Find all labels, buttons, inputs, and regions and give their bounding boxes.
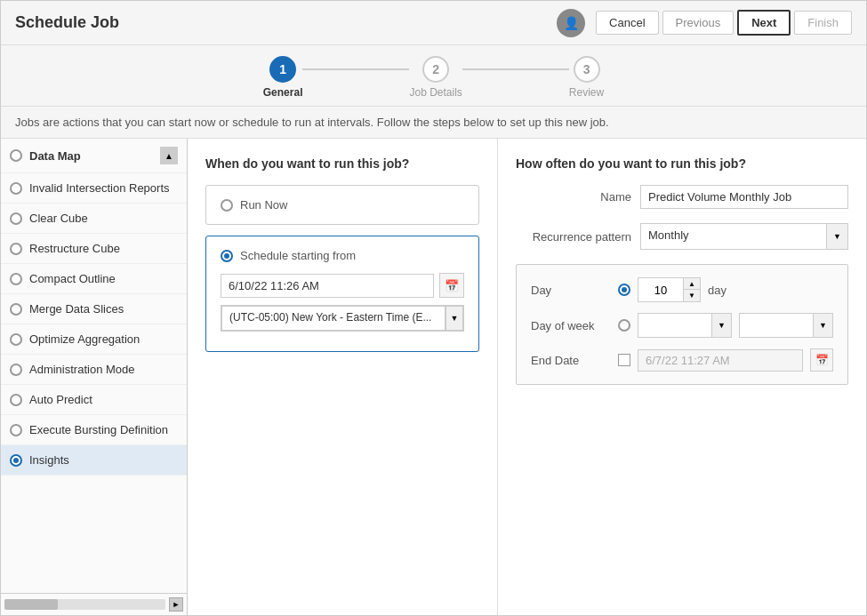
sidebar-item-merge-data-slices[interactable]: Merge Data Slices	[1, 294, 187, 324]
calendar-button[interactable]: 📅	[439, 273, 464, 298]
spin-down-button[interactable]: ▼	[684, 290, 700, 301]
run-now-option[interactable]: Run Now	[205, 185, 479, 225]
dialog-body: Data Map ▲ Invalid Intersection Reports …	[1, 139, 866, 615]
sidebar-item-label: Auto Predict	[29, 393, 92, 406]
name-group: Name	[516, 185, 848, 209]
dow-select-1[interactable]: ▼	[638, 313, 732, 338]
schedule-row: Schedule starting from	[221, 249, 464, 262]
radio-insights	[10, 454, 22, 467]
step-1-label: General	[263, 86, 303, 99]
step-2: 2 Job Details	[409, 56, 462, 99]
sidebar-item-label: Optimize Aggregation	[29, 332, 140, 346]
radio-execute-bursting	[10, 424, 22, 436]
radio-admin	[10, 364, 22, 376]
sidebar-item-label: Execute Bursting Definition	[29, 423, 168, 436]
dialog-header: Schedule Job 👤 Cancel Previous Next Fini…	[1, 1, 866, 45]
run-now-radio[interactable]	[221, 199, 233, 212]
day-value-input[interactable]	[638, 278, 683, 301]
end-date-input[interactable]	[638, 349, 803, 372]
main-content: When do you want to run this job? Run No…	[188, 139, 866, 615]
step-3-circle: 3	[574, 56, 600, 83]
radio-clear-cube	[10, 212, 22, 225]
day-of-week-row: Day of week ▼ ▼	[531, 313, 833, 338]
sidebar-item-data-map[interactable]: Data Map ▲	[1, 139, 187, 173]
timezone-dropdown[interactable]: (UTC-05:00) New York - Eastern Time (E..…	[221, 305, 464, 332]
sidebar: Data Map ▲ Invalid Intersection Reports …	[1, 139, 188, 615]
end-date-calendar-button[interactable]: 📅	[810, 348, 833, 372]
dow-arrow-2[interactable]: ▼	[813, 314, 832, 337]
left-panel-title: When do you want to run this job?	[205, 156, 479, 171]
sidebar-item-label: Merge Data Slices	[29, 302, 124, 316]
dow-select-2[interactable]: ▼	[739, 313, 833, 338]
radio-merge	[10, 303, 22, 316]
previous-button[interactable]: Previous	[662, 11, 735, 35]
sidebar-item-label: Compact Outline	[29, 272, 116, 285]
day-of-week-label: Day of week	[531, 319, 611, 332]
radio-restructure	[10, 243, 22, 255]
collapse-button[interactable]: ▲	[160, 147, 178, 164]
timezone-value: (UTC-05:00) New York - Eastern Time (E..…	[221, 306, 446, 331]
subtitle-text: Jobs are actions that you can start now …	[1, 107, 866, 139]
left-panel: When do you want to run this job? Run No…	[188, 139, 498, 615]
recurrence-dropdown[interactable]: Monthly ▼	[640, 223, 848, 250]
schedule-job-dialog: Schedule Job 👤 Cancel Previous Next Fini…	[0, 0, 867, 616]
day-row: Day ▲ ▼ day	[531, 277, 833, 302]
day-label: Day	[531, 284, 611, 297]
cancel-button[interactable]: Cancel	[596, 11, 658, 35]
recurrence-dropdown-arrow[interactable]: ▼	[826, 224, 847, 249]
schedule-radio[interactable]	[221, 250, 233, 262]
right-panel: How often do you want to run this job? N…	[498, 139, 866, 615]
step-1: 1 General	[263, 56, 303, 99]
day-radio[interactable]	[618, 284, 630, 296]
next-button[interactable]: Next	[737, 10, 791, 36]
sidebar-item-invalid-intersection[interactable]: Invalid Intersection Reports	[1, 173, 187, 204]
sidebar-item-label: Clear Cube	[29, 212, 88, 225]
scroll-track[interactable]	[4, 599, 165, 610]
step-line-1	[302, 68, 409, 70]
radio-auto-predict	[10, 394, 22, 406]
timezone-row: (UTC-05:00) New York - Eastern Time (E..…	[221, 305, 464, 332]
user-icon: 👤	[557, 9, 585, 37]
recurrence-value: Monthly	[641, 224, 826, 249]
sidebar-item-clear-cube[interactable]: Clear Cube	[1, 204, 187, 234]
dow-arrow-1[interactable]: ▼	[711, 314, 731, 337]
sidebar-item-label: Restructure Cube	[29, 242, 120, 255]
sidebar-item-label: Insights	[29, 453, 69, 467]
schedule-fields: 📅 (UTC-05:00) New York - Eastern Time (E…	[221, 273, 464, 332]
step-3: 3 Review	[569, 56, 604, 99]
spin-buttons: ▲ ▼	[683, 278, 700, 301]
sidebar-item-restructure-cube[interactable]: Restructure Cube	[1, 234, 187, 264]
day-of-week-radio[interactable]	[618, 319, 630, 332]
radio-data-map	[10, 149, 22, 162]
schedule-option[interactable]: Schedule starting from 📅 (UTC-05:00) New…	[205, 236, 479, 352]
day-number-input: ▲ ▼	[638, 277, 701, 302]
end-date-checkbox[interactable]	[618, 354, 630, 366]
right-panel-title: How often do you want to run this job?	[516, 156, 848, 171]
sidebar-item-label: Administration Mode	[29, 363, 135, 376]
sidebar-datamap-label: Data Map	[29, 149, 81, 163]
steps-bar: 1 General 2 Job Details 3 Review	[1, 45, 866, 107]
sidebar-item-insights[interactable]: Insights	[1, 445, 187, 476]
spin-up-button[interactable]: ▲	[684, 278, 700, 290]
recurrence-label: Recurrence pattern	[516, 230, 631, 244]
name-input[interactable]	[640, 185, 848, 209]
name-label: Name	[516, 190, 631, 204]
sidebar-item-compact-outline[interactable]: Compact Outline	[1, 264, 187, 294]
sidebar-item-optimize-aggregation[interactable]: Optimize Aggregation	[1, 324, 187, 355]
step-3-label: Review	[569, 86, 604, 99]
finish-button[interactable]: Finish	[794, 11, 852, 35]
end-date-row: End Date 📅	[531, 348, 833, 372]
timezone-dropdown-arrow[interactable]: ▼	[446, 306, 463, 331]
datetime-row: 📅	[221, 273, 464, 298]
dow-value-2	[740, 314, 813, 337]
step-2-label: Job Details	[409, 86, 462, 99]
sidebar-item-execute-bursting[interactable]: Execute Bursting Definition	[1, 415, 187, 445]
step-1-circle: 1	[269, 56, 296, 83]
run-now-row: Run Now	[221, 198, 464, 212]
day-unit-label: day	[708, 284, 727, 297]
radio-invalid	[10, 182, 22, 195]
sidebar-item-admin-mode[interactable]: Administration Mode	[1, 355, 187, 385]
scroll-right-arrow[interactable]: ►	[169, 597, 183, 612]
datetime-input[interactable]	[221, 274, 434, 298]
sidebar-item-auto-predict[interactable]: Auto Predict	[1, 385, 187, 415]
